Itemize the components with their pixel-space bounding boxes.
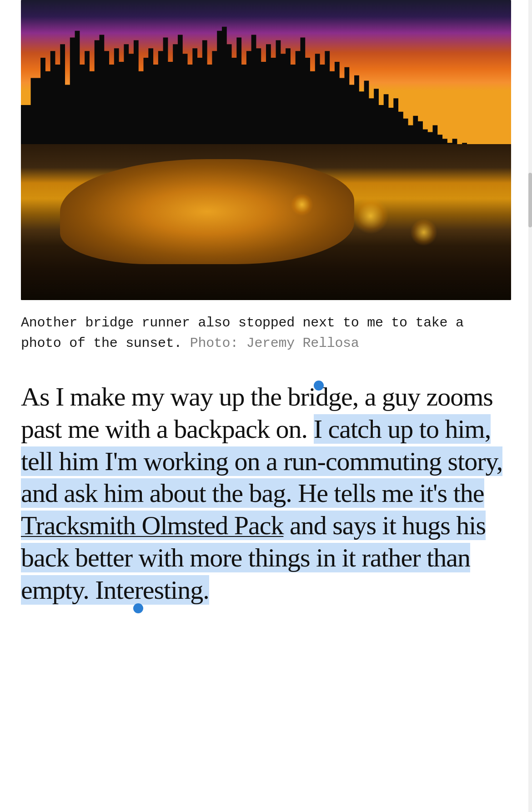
article-paragraph: As I make my way up the bridge, a guy zo… <box>21 381 511 606</box>
tracksmith-link[interactable]: Tracksmith Olmsted Pack <box>21 511 283 540</box>
image-section <box>0 0 532 300</box>
caption-area: Another bridge runner also stopped next … <box>0 300 532 354</box>
caption-photo-credit: Photo: Jeremy Rellosa <box>182 336 359 351</box>
caption-paragraph: Another bridge runner also stopped next … <box>21 313 511 354</box>
street-light-3 <box>291 193 313 216</box>
cursor-bottom <box>133 603 143 613</box>
page-container: Another bridge runner also stopped next … <box>0 0 532 812</box>
street-light-1 <box>352 198 389 234</box>
hero-image <box>21 0 511 300</box>
cursor-bottom-container <box>21 606 511 620</box>
cursor-top <box>314 381 324 391</box>
article-body: As I make my way up the bridge, a guy zo… <box>0 354 532 638</box>
scrollbar-thumb[interactable] <box>528 173 532 227</box>
